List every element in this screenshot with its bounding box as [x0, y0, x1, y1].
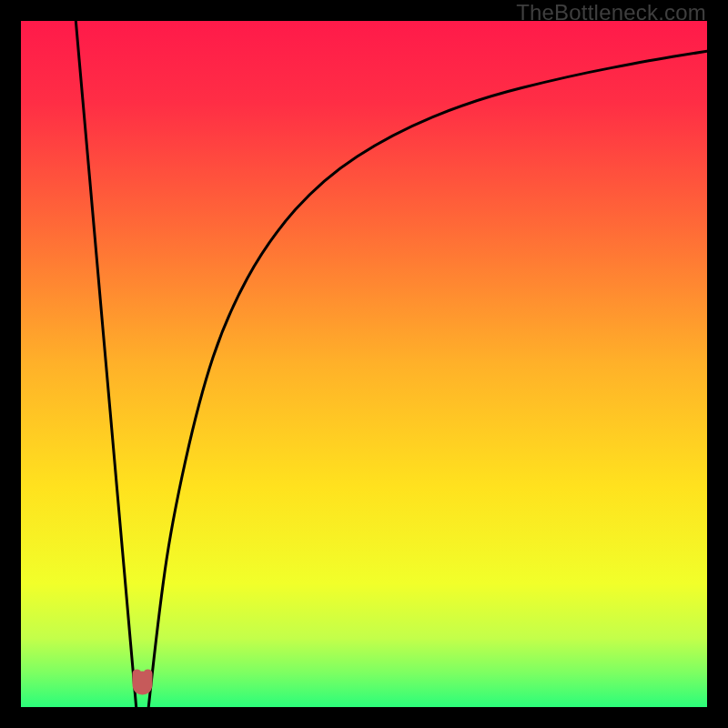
optimal-point-marker — [136, 673, 147, 690]
chart-svg — [21, 21, 707, 707]
watermark-text: TheBottleneck.com — [516, 0, 706, 25]
chart-plot-area — [21, 21, 707, 707]
chart-frame: TheBottleneck.com — [0, 0, 728, 728]
chart-background-gradient — [21, 21, 707, 707]
